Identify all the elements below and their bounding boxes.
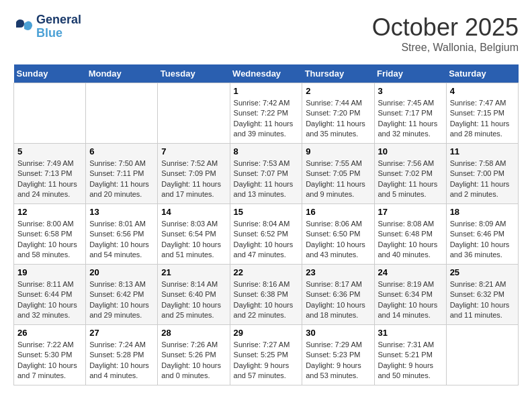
day-info: Sunrise: 8:14 AMSunset: 6:40 PMDaylight:…	[161, 279, 226, 321]
calendar-cell: 5Sunrise: 7:49 AMSunset: 7:13 PMDaylight…	[14, 144, 86, 204]
day-info: Sunrise: 7:56 AMSunset: 7:02 PMDaylight:…	[378, 158, 443, 200]
day-number: 28	[161, 328, 226, 338]
day-info: Sunrise: 7:47 AMSunset: 7:15 PMDaylight:…	[450, 98, 515, 140]
calendar-cell: 11Sunrise: 7:58 AMSunset: 7:00 PMDayligh…	[446, 144, 518, 204]
calendar-cell: 21Sunrise: 8:14 AMSunset: 6:40 PMDayligh…	[158, 265, 230, 325]
calendar-cell: 28Sunrise: 7:26 AMSunset: 5:26 PMDayligh…	[158, 325, 230, 385]
day-number: 23	[306, 267, 370, 277]
day-number: 12	[17, 207, 82, 217]
day-info: Sunrise: 7:45 AMSunset: 7:17 PMDaylight:…	[378, 98, 443, 140]
day-info: Sunrise: 8:13 AMSunset: 6:42 PMDaylight:…	[89, 279, 154, 321]
day-number: 11	[450, 146, 515, 156]
week-row-2: 5Sunrise: 7:49 AMSunset: 7:13 PMDaylight…	[14, 144, 519, 204]
day-number: 1	[234, 86, 299, 96]
title-area: October 2025 Stree, Wallonia, Belgium	[372, 13, 519, 54]
calendar-cell: 20Sunrise: 8:13 AMSunset: 6:42 PMDayligh…	[86, 265, 158, 325]
day-info: Sunrise: 8:11 AMSunset: 6:44 PMDaylight:…	[17, 279, 82, 321]
calendar-cell: 31Sunrise: 7:31 AMSunset: 5:21 PMDayligh…	[374, 325, 446, 385]
day-info: Sunrise: 8:04 AMSunset: 6:52 PMDaylight:…	[234, 219, 299, 261]
calendar-cell: 30Sunrise: 7:29 AMSunset: 5:23 PMDayligh…	[302, 325, 374, 385]
day-info: Sunrise: 8:16 AMSunset: 6:38 PMDaylight:…	[234, 279, 299, 321]
header-row: SundayMondayTuesdayWednesdayThursdayFrid…	[14, 64, 519, 83]
day-number: 10	[378, 146, 443, 156]
day-info: Sunrise: 8:06 AMSunset: 6:50 PMDaylight:…	[306, 219, 370, 261]
day-info: Sunrise: 8:00 AMSunset: 6:58 PMDaylight:…	[17, 219, 82, 261]
calendar-cell	[14, 83, 86, 144]
day-number: 27	[89, 328, 154, 338]
day-number: 8	[234, 146, 299, 156]
week-row-4: 19Sunrise: 8:11 AMSunset: 6:44 PMDayligh…	[14, 265, 519, 325]
logo-text: General Blue	[36, 13, 81, 40]
column-header-tuesday: Tuesday	[158, 64, 230, 83]
day-number: 15	[234, 207, 299, 217]
day-info: Sunrise: 8:17 AMSunset: 6:36 PMDaylight:…	[306, 279, 370, 321]
day-number: 9	[306, 146, 370, 156]
day-number: 6	[89, 146, 154, 156]
calendar-cell: 1Sunrise: 7:42 AMSunset: 7:22 PMDaylight…	[230, 83, 302, 144]
calendar-cell: 4Sunrise: 7:47 AMSunset: 7:15 PMDaylight…	[446, 83, 518, 144]
day-info: Sunrise: 7:49 AMSunset: 7:13 PMDaylight:…	[17, 158, 82, 200]
day-info: Sunrise: 8:03 AMSunset: 6:54 PMDaylight:…	[161, 219, 226, 261]
calendar-cell: 8Sunrise: 7:53 AMSunset: 7:07 PMDaylight…	[230, 144, 302, 204]
day-number: 24	[378, 267, 443, 277]
day-info: Sunrise: 7:58 AMSunset: 7:00 PMDaylight:…	[450, 158, 515, 200]
day-info: Sunrise: 7:44 AMSunset: 7:20 PMDaylight:…	[306, 98, 370, 140]
day-number: 16	[306, 207, 370, 217]
day-info: Sunrise: 7:22 AMSunset: 5:30 PMDaylight:…	[17, 340, 82, 381]
calendar-cell: 22Sunrise: 8:16 AMSunset: 6:38 PMDayligh…	[230, 265, 302, 325]
column-header-monday: Monday	[86, 64, 158, 83]
calendar-cell: 15Sunrise: 8:04 AMSunset: 6:52 PMDayligh…	[230, 204, 302, 265]
day-info: Sunrise: 7:53 AMSunset: 7:07 PMDaylight:…	[234, 158, 299, 200]
calendar-cell: 6Sunrise: 7:50 AMSunset: 7:11 PMDaylight…	[86, 144, 158, 204]
calendar-cell: 3Sunrise: 7:45 AMSunset: 7:17 PMDaylight…	[374, 83, 446, 144]
day-number: 18	[450, 207, 515, 217]
day-info: Sunrise: 7:29 AMSunset: 5:23 PMDaylight:…	[306, 340, 370, 381]
day-info: Sunrise: 7:50 AMSunset: 7:11 PMDaylight:…	[89, 158, 154, 200]
day-number: 5	[17, 146, 82, 156]
week-row-3: 12Sunrise: 8:00 AMSunset: 6:58 PMDayligh…	[14, 204, 519, 265]
logo-line1: General	[36, 13, 81, 27]
day-info: Sunrise: 7:24 AMSunset: 5:28 PMDaylight:…	[89, 340, 154, 381]
day-info: Sunrise: 7:26 AMSunset: 5:26 PMDaylight:…	[161, 340, 226, 381]
day-number: 31	[378, 328, 443, 338]
calendar-cell: 24Sunrise: 8:19 AMSunset: 6:34 PMDayligh…	[374, 265, 446, 325]
day-number: 14	[161, 207, 226, 217]
calendar-cell: 27Sunrise: 7:24 AMSunset: 5:28 PMDayligh…	[86, 325, 158, 385]
calendar-body: 1Sunrise: 7:42 AMSunset: 7:22 PMDaylight…	[14, 83, 519, 385]
week-row-1: 1Sunrise: 7:42 AMSunset: 7:22 PMDaylight…	[14, 83, 519, 144]
day-number: 13	[89, 207, 154, 217]
calendar-header: SundayMondayTuesdayWednesdayThursdayFrid…	[14, 64, 519, 83]
calendar-cell: 12Sunrise: 8:00 AMSunset: 6:58 PMDayligh…	[14, 204, 86, 265]
day-number: 26	[17, 328, 82, 338]
calendar-cell: 7Sunrise: 7:52 AMSunset: 7:09 PMDaylight…	[158, 144, 230, 204]
column-header-sunday: Sunday	[14, 64, 86, 83]
calendar-cell: 17Sunrise: 8:08 AMSunset: 6:48 PMDayligh…	[374, 204, 446, 265]
day-info: Sunrise: 7:52 AMSunset: 7:09 PMDaylight:…	[161, 158, 226, 200]
day-number: 2	[306, 86, 370, 96]
page-header: General Blue October 2025 Stree, Walloni…	[13, 13, 519, 54]
calendar-cell: 23Sunrise: 8:17 AMSunset: 6:36 PMDayligh…	[302, 265, 374, 325]
month-title: October 2025	[372, 13, 519, 42]
day-info: Sunrise: 8:08 AMSunset: 6:48 PMDaylight:…	[378, 219, 443, 261]
day-number: 30	[306, 328, 370, 338]
week-row-5: 26Sunrise: 7:22 AMSunset: 5:30 PMDayligh…	[14, 325, 519, 385]
day-number: 20	[89, 267, 154, 277]
day-info: Sunrise: 7:27 AMSunset: 5:25 PMDaylight:…	[234, 340, 299, 381]
column-header-friday: Friday	[374, 64, 446, 83]
calendar-cell: 29Sunrise: 7:27 AMSunset: 5:25 PMDayligh…	[230, 325, 302, 385]
calendar-cell	[446, 325, 518, 385]
day-info: Sunrise: 7:31 AMSunset: 5:21 PMDaylight:…	[378, 340, 443, 381]
day-number: 3	[378, 86, 443, 96]
day-number: 17	[378, 207, 443, 217]
calendar-cell: 19Sunrise: 8:11 AMSunset: 6:44 PMDayligh…	[14, 265, 86, 325]
calendar-cell: 9Sunrise: 7:55 AMSunset: 7:05 PMDaylight…	[302, 144, 374, 204]
calendar-cell: 18Sunrise: 8:09 AMSunset: 6:46 PMDayligh…	[446, 204, 518, 265]
day-info: Sunrise: 8:09 AMSunset: 6:46 PMDaylight:…	[450, 219, 515, 261]
calendar-table: SundayMondayTuesdayWednesdayThursdayFrid…	[13, 64, 519, 385]
calendar-cell: 2Sunrise: 7:44 AMSunset: 7:20 PMDaylight…	[302, 83, 374, 144]
day-number: 7	[161, 146, 226, 156]
day-number: 21	[161, 267, 226, 277]
day-info: Sunrise: 8:21 AMSunset: 6:32 PMDaylight:…	[450, 279, 515, 321]
column-header-wednesday: Wednesday	[230, 64, 302, 83]
logo: General Blue	[13, 13, 81, 40]
